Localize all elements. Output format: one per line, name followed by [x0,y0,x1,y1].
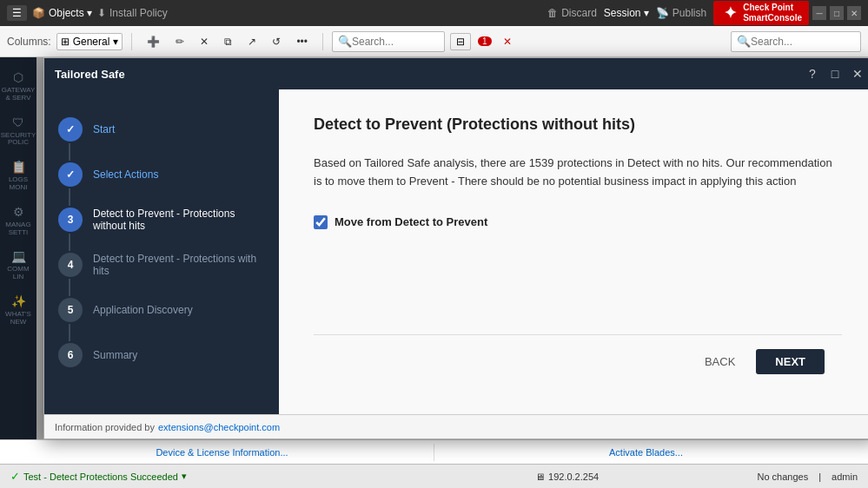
wizard-content-title: Detect to Prevent (Protections without h… [314,115,842,134]
status-right: No changes | admin [757,472,858,482]
minimize-button[interactable]: ─ [812,6,826,20]
discard-btn[interactable]: 🗑 Discard [547,7,597,19]
status-test-result: ✓ Test - Detect Protections Succeeded ▾ [10,470,187,483]
wizard-header-actions: ? □ ✕ [804,65,866,82]
info-bar: Information provided by extensions@check… [44,414,868,439]
columns-label: Columns: [7,36,51,48]
step-5-label: Application Discovery [93,304,193,316]
search-box[interactable]: 🔍 [332,31,445,52]
maximize-button[interactable]: □ [830,6,844,20]
filter-button[interactable]: ⊟ [450,33,471,50]
wizard-overlay: Tailored Safe ? □ ✕ ✓ Start [0,57,868,439]
device-license-link[interactable]: Device & License Information... [10,444,434,461]
step-6-number: 6 [58,343,83,367]
move-button[interactable]: ↗ [242,33,262,50]
wizard-header: Tailored Safe ? □ ✕ [44,58,868,89]
step-4-number: 4 [58,253,83,277]
step-6-label: Summary [93,349,137,361]
discard-icon: 🗑 [547,7,558,19]
toolbar: Columns: ⊞ General ▾ ➕ ✏ ✕ ⧉ ↗ ↺ ••• 🔍 ⊟… [0,26,868,57]
step-2-number: ✓ [58,162,83,187]
filter-icon: ⊟ [456,36,465,48]
search-box-right[interactable]: 🔍 [731,31,861,52]
separator: | [818,472,821,482]
chevron-down-icon: ▾ [113,36,118,48]
step-1-number: ✓ [58,117,83,142]
install-policy-btn[interactable]: ⬇ Install Policy [97,7,168,19]
wizard-step-2[interactable]: ✓ Select Actions [44,152,279,197]
wizard-footer: BACK NEXT [314,334,842,388]
ip-address: 192.0.2.254 [548,472,599,482]
top-bar-center: 🗑 Discard Session ▾ 📡 Publish [547,7,706,19]
step-5-number: 5 [58,298,83,322]
app-menu-button[interactable]: ☰ [7,5,27,21]
wizard-help-button[interactable]: ? [804,65,821,82]
wizard-step-6[interactable]: 6 Summary [44,333,279,378]
next-button[interactable]: NEXT [756,349,825,374]
search-right-input[interactable] [751,36,855,48]
close-button[interactable]: ✕ [847,6,861,20]
objects-tab[interactable]: 📦 Objects ▾ [32,7,92,19]
info-text: Information provided by [55,422,155,432]
user-name: admin [832,472,858,482]
checkbox-label: Move from Detect to Prevent [335,215,487,228]
publish-btn[interactable]: 📡 Publish [656,7,706,19]
columns-icon: ⊞ [61,36,70,48]
copy-button[interactable]: ⧉ [218,33,238,50]
install-icon: ⬇ [97,7,106,19]
back-button[interactable]: BACK [692,350,747,373]
wizard-steps: ✓ Start ✓ Select Actions 3 Detect to Pre… [44,89,279,414]
publish-icon: 📡 [656,7,669,19]
wizard-minimize-button[interactable]: □ [826,65,844,82]
top-bar: ☰ 📦 Objects ▾ ⬇ Install Policy 🗑 Discard… [0,0,868,26]
add-button[interactable]: ➕ [141,33,166,50]
dropdown-arrow-icon: ▾ [182,471,187,482]
refresh-button[interactable]: ↺ [266,33,287,50]
more-button[interactable]: ••• [290,33,314,50]
wizard-step-4[interactable]: 4 Detect to Prevent - Protections with h… [44,242,279,287]
top-bar-right: ✦ Check Point SmartConsole ─ □ ✕ [713,1,861,25]
edit-button[interactable]: ✏ [169,33,190,50]
columns-select[interactable]: ⊞ General ▾ [56,33,123,50]
wizard-content-description: Based on Tailored Safe analysis, there a… [314,155,842,191]
wizard-close-button[interactable]: ✕ [849,65,866,82]
wizard-title: Tailored Safe [55,68,125,81]
success-icon: ✓ [10,470,20,483]
status-bar: ✓ Test - Detect Protections Succeeded ▾ … [0,464,868,488]
toolbar-separator-2 [322,33,323,50]
bottom-links: Device & License Information... Activate… [0,439,868,464]
activate-blades-link[interactable]: Activate Blades... [434,444,858,461]
wizard-body: ✓ Start ✓ Select Actions 3 Detect to Pre… [44,89,868,414]
test-result-text: Test - Detect Protections Succeeded [23,472,178,482]
step-3-label: Detect to Prevent - Protections without … [93,208,265,232]
wizard-step-5[interactable]: 5 Application Discovery [44,287,279,333]
search-right-icon: 🔍 [737,35,751,48]
delete-button[interactable]: ✕ [194,33,215,50]
search-icon: 🔍 [338,35,352,48]
toolbar-separator-1 [131,33,132,50]
status-center: 🖥 192.0.2.254 [384,472,751,482]
step-1-label: Start [93,123,115,135]
search-input[interactable] [352,36,439,48]
no-changes-text: No changes [757,472,808,482]
move-detect-prevent-checkbox[interactable] [314,215,328,229]
session-btn[interactable]: Session ▾ [604,7,649,19]
step-4-label: Detect to Prevent - Protections with hit… [93,253,265,277]
brand-name: Check Point SmartConsole [743,3,802,23]
top-bar-left: ☰ 📦 Objects ▾ ⬇ Install Policy [7,5,540,21]
checkbox-row: Move from Detect to Prevent [314,215,842,229]
filter-badge: 1 [478,36,492,46]
clear-filter-button[interactable]: ✕ [497,33,518,50]
wizard-step-3[interactable]: 3 Detect to Prevent - Protections withou… [44,197,279,242]
object-icon: 📦 [32,7,45,19]
wizard-step-1[interactable]: ✓ Start [44,107,279,152]
step-3-number: 3 [58,208,83,232]
step-2-label: Select Actions [93,168,158,181]
wizard-content: Detect to Prevent (Protections without h… [279,89,868,414]
toolbar-actions: ➕ ✏ ✕ ⧉ ↗ ↺ ••• [141,33,314,50]
status-left: ✓ Test - Detect Protections Succeeded ▾ [10,470,377,483]
brand-logo: ✦ Check Point SmartConsole [713,1,809,25]
wizard-panel: Tailored Safe ? □ ✕ ✓ Start [43,57,868,439]
info-link[interactable]: extensions@checkpoint.com [158,422,280,432]
network-icon: 🖥 [535,472,545,482]
